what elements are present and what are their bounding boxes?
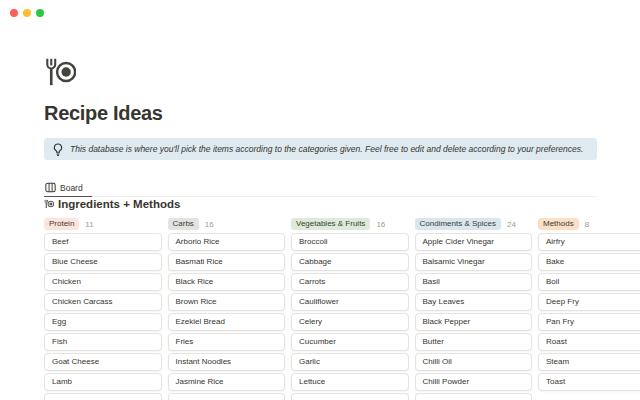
window-controls	[10, 9, 44, 17]
board-card[interactable]: Garlic	[291, 353, 409, 371]
board-card[interactable]: Black Rice	[168, 273, 286, 291]
board-card[interactable]: Bay Leaves	[415, 293, 533, 311]
board-card[interactable]: Balsamic Vinegar	[415, 253, 533, 271]
column-header: Vegetables & Fruits16	[291, 216, 409, 232]
column-badge[interactable]: Methods	[538, 218, 579, 231]
board-column: Protein11BeefBlue CheeseChickenChicken C…	[44, 216, 162, 400]
board-card[interactable]: Chicken Carcass	[44, 293, 162, 311]
column-count: 16	[205, 220, 214, 229]
board-card-partial[interactable]	[415, 393, 533, 400]
board-card[interactable]: Apple Cider Vinegar	[415, 233, 533, 251]
board-column: Condiments & Spices24Apple Cider Vinegar…	[415, 216, 533, 400]
board-card[interactable]: Chicken	[44, 273, 162, 291]
board-card[interactable]: Arborio Rice	[168, 233, 286, 251]
view-tabs-bar: Board	[44, 179, 597, 197]
column-count: 24	[507, 220, 516, 229]
column-count: 11	[85, 220, 93, 229]
database-title-row: Ingredients + Methods	[44, 198, 180, 210]
board-card[interactable]: Chilli Oil	[415, 353, 533, 371]
board-card[interactable]: Toast	[538, 373, 640, 391]
column-count: 16	[376, 220, 385, 229]
board-column: Vegetables & Fruits16BroccoliCabbageCarr…	[291, 216, 409, 400]
board-column: Methods8AirfryBakeBoilDeep FryPan FryRoa…	[538, 216, 640, 400]
board-card[interactable]: Pan Fry	[538, 313, 640, 331]
column-count: 8	[585, 220, 589, 229]
fork-and-plate-mini-icon	[44, 199, 54, 209]
column-header: Protein11	[44, 216, 162, 232]
close-window-button[interactable]	[10, 9, 18, 17]
column-badge[interactable]: Condiments & Spices	[415, 218, 501, 231]
board-card[interactable]: Steam	[538, 353, 640, 371]
column-badge[interactable]: Protein	[44, 218, 79, 231]
board-column: Carbs16Arborio RiceBasmati RiceBlack Ric…	[168, 216, 286, 400]
board-card[interactable]: Cucumber	[291, 333, 409, 351]
board-view-icon	[45, 182, 56, 193]
board-card[interactable]: Jasmine Rice	[168, 373, 286, 391]
column-header: Methods8	[538, 216, 640, 232]
board-card[interactable]: Lettuce	[291, 373, 409, 391]
board-card[interactable]: Butter	[415, 333, 533, 351]
column-header: Condiments & Spices24	[415, 216, 533, 232]
board-card[interactable]: Basmati Rice	[168, 253, 286, 271]
minimize-window-button[interactable]	[23, 9, 31, 17]
board-card[interactable]: Beef	[44, 233, 162, 251]
lightbulb-icon	[53, 143, 63, 156]
tab-board-view[interactable]: Board	[44, 179, 92, 197]
board-card[interactable]: Egg	[44, 313, 162, 331]
fork-and-plate-icon[interactable]	[44, 56, 76, 88]
board-card[interactable]: Celery	[291, 313, 409, 331]
board-card[interactable]: Ezekiel Bread	[168, 313, 286, 331]
board-card[interactable]: Fish	[44, 333, 162, 351]
tab-board-label: Board	[60, 183, 83, 193]
board-card[interactable]: Chilli Powder	[415, 373, 533, 391]
column-badge[interactable]: Carbs	[168, 218, 199, 231]
page-title[interactable]: Recipe Ideas	[44, 102, 163, 125]
database-title[interactable]: Ingredients + Methods	[58, 198, 180, 210]
callout-text[interactable]: This database is where you'll pick the i…	[70, 144, 583, 154]
board: Protein11BeefBlue CheeseChickenChicken C…	[44, 216, 640, 400]
board-card[interactable]: Deep Fry	[538, 293, 640, 311]
board-card[interactable]: Basil	[415, 273, 533, 291]
board-card[interactable]: Airfry	[538, 233, 640, 251]
board-card[interactable]: Goat Cheese	[44, 353, 162, 371]
board-card[interactable]: Bake	[538, 253, 640, 271]
board-card[interactable]: Black Pepper	[415, 313, 533, 331]
board-card[interactable]: Lamb	[44, 373, 162, 391]
board-card-partial[interactable]	[168, 393, 286, 400]
callout: This database is where you'll pick the i…	[44, 138, 597, 160]
board-card[interactable]: Fries	[168, 333, 286, 351]
column-header: Carbs16	[168, 216, 286, 232]
board-card[interactable]: Brown Rice	[168, 293, 286, 311]
board-card[interactable]: Cabbage	[291, 253, 409, 271]
board-card[interactable]: Carrots	[291, 273, 409, 291]
board-card[interactable]: Instant Noodles	[168, 353, 286, 371]
column-badge[interactable]: Vegetables & Fruits	[291, 218, 370, 231]
board-card[interactable]: Blue Cheese	[44, 253, 162, 271]
board-card[interactable]: Boil	[538, 273, 640, 291]
board-card-partial[interactable]	[291, 393, 409, 400]
board-card[interactable]: Broccoli	[291, 233, 409, 251]
board-card[interactable]: Roast	[538, 333, 640, 351]
zoom-window-button[interactable]	[36, 9, 44, 17]
board-card[interactable]: Cauliflower	[291, 293, 409, 311]
board-card-partial[interactable]	[44, 393, 162, 400]
